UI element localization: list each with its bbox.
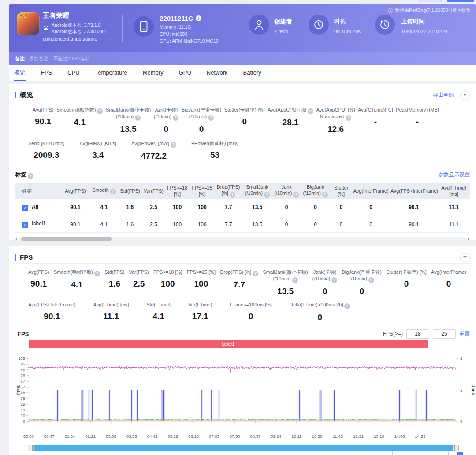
param-display-settings-link[interactable]: 参数显示设置 <box>438 171 470 179</box>
stat-cell: Avg(FTime) [ms]11.1 <box>93 302 129 322</box>
table-cell: 100 <box>165 216 190 233</box>
fps-threshold-input-2[interactable] <box>433 329 456 339</box>
fps-threshold-input-1[interactable] <box>406 329 429 339</box>
duration-block: 时长 0h 15m 29s <box>334 18 361 34</box>
title-accent-bar <box>15 92 16 98</box>
table-cell: 4.1 <box>90 199 118 216</box>
help-icon[interactable]: ? <box>94 271 100 276</box>
slider-range-bar[interactable] <box>34 445 453 451</box>
help-icon[interactable]: ? <box>173 115 178 121</box>
help-icon[interactable]: ? <box>308 108 313 114</box>
table-cell: 90.1 <box>390 199 438 216</box>
help-icon[interactable]: ? <box>230 192 235 198</box>
duration-label: 时长 <box>334 18 361 26</box>
tab-概览[interactable]: 概览 <box>14 65 26 81</box>
help-icon[interactable]: ? <box>253 271 258 276</box>
svg-text:2: 2 <box>460 356 462 361</box>
time-range-slider[interactable] <box>28 445 459 451</box>
tab-Memory[interactable]: Memory <box>143 65 164 81</box>
table-horizontal-scrollbar[interactable] <box>15 237 470 241</box>
export-all-link[interactable]: 导出全部 <box>433 91 454 99</box>
tab-GPU[interactable]: GPU <box>179 65 191 81</box>
stat-value: 7.7 <box>220 280 258 290</box>
fps-threshold-label: FPS(>=) <box>383 331 403 337</box>
table-cell: 0 <box>330 199 352 216</box>
tab-Network[interactable]: Network <box>207 65 228 81</box>
svg-text:05:29: 05:29 <box>167 434 178 439</box>
row-checkbox[interactable]: ✓ <box>22 205 28 211</box>
help-icon[interactable]: ? <box>208 115 214 121</box>
person-icon <box>249 15 269 35</box>
slider-right-handle[interactable] <box>453 445 459 451</box>
duration-value: 0h 15m 29s <box>334 29 361 34</box>
report-header: i 数据由PerfDog(7.1.220504)版本收集 5V5 王者荣耀 An… <box>9 4 476 52</box>
stat-cell: Delta(FTime)>100ms [/h]?0 <box>290 302 350 322</box>
help-icon[interactable]: ? <box>293 192 299 198</box>
stat-value: 12.6 <box>316 124 355 134</box>
scrollbar-track[interactable] <box>19 237 466 241</box>
scroll-right-icon[interactable] <box>468 237 470 241</box>
stat-value: 11.1 <box>93 312 129 321</box>
help-icon[interactable]: ? <box>322 192 328 198</box>
info-icon: i <box>388 8 393 13</box>
remark-input[interactable]: 备注:添加备注，不超过200个字符 <box>9 52 476 65</box>
tab-CPU[interactable]: CPU <box>67 65 79 81</box>
collapse-overview-button[interactable] <box>460 90 470 100</box>
help-icon[interactable]: ? <box>346 115 351 121</box>
stat-value: 4.1 <box>146 312 171 321</box>
stat-value: 0 <box>431 279 466 289</box>
svg-text:06:16: 06:16 <box>188 434 199 439</box>
stat-cell: Avg(Recv) [KB/s]3.4 <box>80 140 117 161</box>
stat-cell: Drop(FPS) [/h]?7.7 <box>220 269 258 296</box>
fps-chart: 01019293848576776869510501200:0000:4701:… <box>15 349 470 444</box>
stat-value: 2.5 <box>129 279 149 289</box>
creator-value: 7 tech <box>274 29 292 34</box>
chevron-down-icon <box>463 256 467 258</box>
svg-text:1: 1 <box>460 388 462 392</box>
tab-Temperature[interactable]: Temperature <box>95 65 127 81</box>
help-icon[interactable]: ? <box>28 173 33 179</box>
reset-link[interactable]: 重置 <box>459 330 470 338</box>
help-icon[interactable]: ? <box>171 142 176 148</box>
table-header-cell: 标签 <box>15 183 60 199</box>
device-name: 22011211C <box>160 15 193 22</box>
help-icon[interactable]: ? <box>135 115 141 121</box>
slider-left-handle[interactable] <box>28 445 34 451</box>
row-checkbox[interactable]: ✓ <box>22 222 28 228</box>
stat-value: 90.1 <box>28 312 76 321</box>
stat-cell: BigJank(严重卡顿)(/10min)?0 <box>342 269 381 296</box>
help-icon[interactable]: ? <box>344 303 350 309</box>
help-icon[interactable]: ? <box>264 192 270 198</box>
table-cell: 0 <box>272 199 301 216</box>
device-info-icon[interactable]: i <box>196 15 201 21</box>
top-cutoff-button-secondary[interactable] <box>418 0 443 2</box>
stat-value: 13.5 <box>263 287 308 296</box>
help-icon[interactable]: ? <box>292 277 298 283</box>
help-icon[interactable]: ? <box>110 189 116 194</box>
collapse-fps-button[interactable] <box>460 253 470 262</box>
top-cutoff-button-primary[interactable] <box>447 0 474 2</box>
chart-title: FPS <box>18 331 29 337</box>
fps-card: FPS Avg(FPS)90.1Smooth(稳帧指数)?4.1Std(FPS)… <box>9 246 476 455</box>
table-header-cell: Var(FPS) <box>142 183 165 199</box>
overview-stats-row1: Avg(FPS)90.1Smooth(稳帧指数)?4.1SmallJank(微小… <box>15 107 470 134</box>
help-icon[interactable]: ? <box>368 277 374 283</box>
tab-Battery[interactable]: Battery <box>243 65 261 81</box>
help-icon[interactable]: ? <box>331 277 337 283</box>
stat-value: 0 <box>224 117 265 127</box>
overview-card: 概览 导出全部 Avg(FPS)90.1Smooth(稳帧指数)?4.1Smal… <box>9 84 476 240</box>
help-icon[interactable]: ? <box>97 108 103 114</box>
cutoff-button[interactable] <box>457 452 463 455</box>
scrollbar-thumb[interactable] <box>21 237 112 241</box>
stat-cell: Peak(Memory) [MB]- <box>396 107 439 134</box>
svg-text:57: 57 <box>20 384 25 389</box>
svg-text:12:32: 12:32 <box>353 434 364 439</box>
table-cell: 90.1 <box>60 199 90 216</box>
scroll-left-icon[interactable] <box>15 237 17 241</box>
svg-text:76: 76 <box>20 373 25 378</box>
svg-text:00:00: 00:00 <box>23 434 34 439</box>
tab-FPS[interactable]: FPS <box>41 65 52 81</box>
cutoff-input[interactable] <box>392 451 449 455</box>
stat-value: 0 <box>290 313 350 322</box>
stat-cell: Avg(Power) [mW]?4772.2 <box>131 140 176 161</box>
